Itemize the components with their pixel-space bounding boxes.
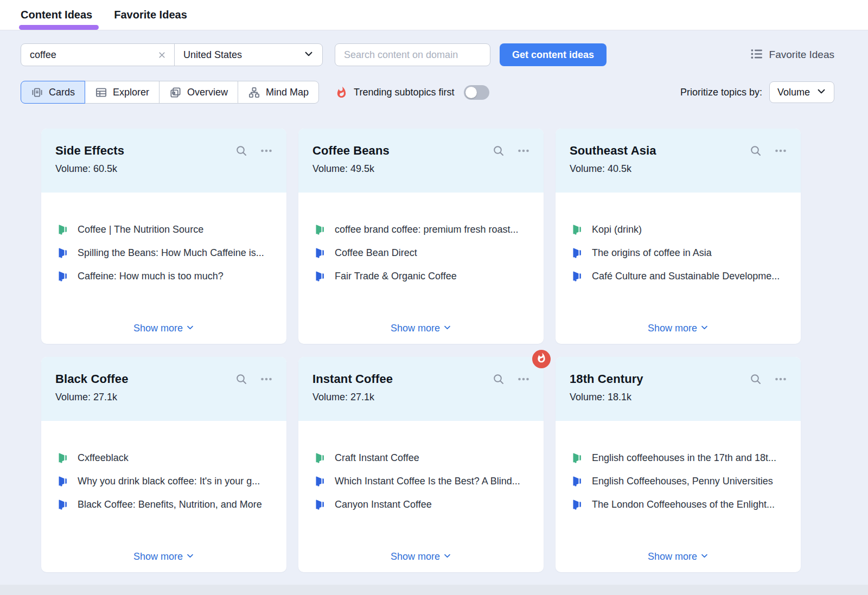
view-row: Cards Explorer Overview Mind Map Trendin… bbox=[21, 81, 834, 104]
card-header: Black Coffee Volume: 27.1k bbox=[41, 357, 286, 421]
topic-search-group: United States bbox=[21, 43, 323, 66]
trending-label: Trending subtopics first bbox=[354, 87, 454, 98]
search-topic-icon[interactable] bbox=[750, 145, 762, 157]
card-header: Southeast Asia Volume: 40.5k bbox=[556, 129, 801, 193]
country-select[interactable]: United States bbox=[174, 44, 322, 66]
topic-query-wrap bbox=[21, 44, 174, 66]
topic-title: 18th Century bbox=[570, 372, 643, 386]
idea-list-item[interactable]: Kopi (drink) bbox=[572, 224, 784, 235]
megaphone-icon bbox=[58, 499, 68, 510]
topic-card-southeast-asia: Southeast Asia Volume: 40.5k Kopi (drink… bbox=[556, 129, 801, 344]
idea-list-item[interactable]: The origins of coffee in Asia bbox=[572, 247, 784, 258]
more-menu-icon[interactable] bbox=[775, 145, 787, 157]
bottom-strip bbox=[0, 585, 868, 595]
search-row: United States Get content ideas Favorite… bbox=[21, 43, 834, 66]
card-body: Cxffeeblack Why you drink black coffee: … bbox=[41, 421, 286, 572]
idea-list-item[interactable]: Coffee | The Nutrition Source bbox=[58, 224, 270, 235]
more-menu-icon[interactable] bbox=[260, 373, 272, 385]
search-topic-icon[interactable] bbox=[235, 373, 247, 385]
idea-list-item[interactable]: Fair Trade & Organic Coffee bbox=[315, 271, 527, 281]
idea-list-item[interactable]: Craft Instant Coffee bbox=[315, 452, 527, 463]
chevron-down-icon bbox=[304, 49, 314, 61]
clear-query-icon[interactable] bbox=[156, 49, 168, 61]
view-cards-button[interactable]: Cards bbox=[21, 81, 85, 104]
more-menu-icon[interactable] bbox=[518, 373, 529, 385]
more-menu-icon[interactable] bbox=[775, 373, 787, 385]
view-explorer-button[interactable]: Explorer bbox=[85, 81, 159, 104]
domain-search-input[interactable] bbox=[335, 43, 490, 66]
search-topic-icon[interactable] bbox=[493, 145, 505, 157]
view-overview-button[interactable]: Overview bbox=[159, 81, 238, 104]
chevron-down-icon bbox=[700, 323, 709, 334]
megaphone-icon bbox=[572, 452, 583, 463]
show-more-link[interactable]: Show more bbox=[556, 323, 801, 334]
search-topic-icon[interactable] bbox=[493, 373, 505, 385]
topic-cards-grid: Side Effects Volume: 60.5k Coffee | The … bbox=[21, 129, 834, 572]
idea-list-item[interactable]: Café Culture and Sustainable Developme..… bbox=[572, 271, 784, 281]
search-topic-icon[interactable] bbox=[235, 145, 247, 157]
idea-list-item[interactable]: Canyon Instant Coffee bbox=[315, 499, 527, 510]
switch-knob bbox=[465, 87, 477, 98]
card-body: coffee brand coffee: premium fresh roast… bbox=[298, 193, 544, 344]
megaphone-icon bbox=[58, 224, 68, 235]
chevron-down-icon bbox=[816, 86, 826, 99]
card-body: Coffee | The Nutrition Source Spilling t… bbox=[41, 193, 286, 344]
view-mindmap-button[interactable]: Mind Map bbox=[238, 81, 319, 104]
topic-card-coffee-beans: Coffee Beans Volume: 49.5k coffee brand … bbox=[298, 129, 544, 344]
tab-content-ideas[interactable]: Content Ideas bbox=[21, 0, 92, 30]
card-header: Coffee Beans Volume: 49.5k bbox=[298, 129, 544, 193]
megaphone-icon bbox=[58, 452, 68, 463]
topic-volume: Volume: 18.1k bbox=[570, 392, 787, 403]
card-header: Side Effects Volume: 60.5k bbox=[41, 129, 286, 193]
topic-title: Southeast Asia bbox=[570, 144, 656, 158]
card-body: English coffeehouses in the 17th and 18t… bbox=[556, 421, 801, 572]
idea-list-item[interactable]: Which Instant Coffee Is the Best? A Blin… bbox=[315, 476, 527, 487]
chevron-down-icon bbox=[186, 323, 194, 334]
get-content-ideas-button[interactable]: Get content ideas bbox=[500, 43, 607, 66]
tab-favorite-ideas[interactable]: Favorite Ideas bbox=[114, 0, 187, 30]
prioritize-select[interactable]: Volume bbox=[769, 81, 834, 103]
topic-volume: Volume: 40.5k bbox=[570, 163, 787, 175]
idea-list-item[interactable]: Caffeine: How much is too much? bbox=[58, 271, 270, 281]
more-menu-icon[interactable] bbox=[260, 145, 272, 157]
idea-list-item[interactable]: Spilling the Beans: How Much Caffeine is… bbox=[58, 247, 270, 258]
trending-toggle-group: Trending subtopics first bbox=[335, 85, 489, 100]
megaphone-icon bbox=[58, 247, 68, 258]
search-topic-icon[interactable] bbox=[750, 373, 762, 385]
show-more-link[interactable]: Show more bbox=[298, 323, 544, 334]
megaphone-icon bbox=[572, 271, 583, 281]
topic-title: Side Effects bbox=[55, 144, 124, 158]
show-more-link[interactable]: Show more bbox=[298, 551, 544, 562]
card-header: Instant Coffee Volume: 27.1k bbox=[298, 357, 544, 421]
topic-card-instant-coffee: Instant Coffee Volume: 27.1k Craft Insta… bbox=[298, 357, 544, 572]
megaphone-icon bbox=[315, 499, 326, 510]
trending-switch[interactable] bbox=[464, 85, 489, 100]
view-switcher: Cards Explorer Overview Mind Map bbox=[21, 81, 319, 104]
idea-list-item[interactable]: Cxffeeblack bbox=[58, 452, 270, 463]
topic-card-black-coffee: Black Coffee Volume: 27.1k Cxffeeblack bbox=[41, 357, 286, 572]
idea-list-item[interactable]: The London Coffeehouses of the Enlight..… bbox=[572, 499, 784, 510]
topic-query-input[interactable] bbox=[30, 49, 156, 61]
show-more-link[interactable]: Show more bbox=[41, 551, 286, 562]
megaphone-icon bbox=[315, 224, 326, 235]
top-tab-bar: Content Ideas Favorite Ideas bbox=[0, 0, 868, 30]
megaphone-icon bbox=[315, 247, 326, 258]
topic-title: Coffee Beans bbox=[312, 144, 390, 158]
more-menu-icon[interactable] bbox=[518, 145, 529, 157]
megaphone-icon bbox=[315, 452, 326, 463]
idea-list-item[interactable]: English coffeehouses in the 17th and 18t… bbox=[572, 452, 784, 463]
favorite-ideas-link[interactable]: Favorite Ideas bbox=[750, 48, 834, 62]
topic-card-18th-century: 18th Century Volume: 18.1k English coffe… bbox=[556, 357, 801, 572]
megaphone-icon bbox=[315, 476, 326, 487]
idea-list-item[interactable]: Why you drink black coffee: It's in your… bbox=[58, 476, 270, 487]
chevron-down-icon bbox=[186, 551, 194, 562]
idea-list-item[interactable]: coffee brand coffee: premium fresh roast… bbox=[315, 224, 527, 235]
prioritize-group: Prioritize topics by: Volume bbox=[680, 81, 834, 103]
idea-list-item[interactable]: English Coffeehouses, Penny Universities bbox=[572, 476, 784, 487]
megaphone-icon bbox=[572, 476, 583, 487]
idea-list-item[interactable]: Coffee Bean Direct bbox=[315, 247, 527, 258]
idea-list-item[interactable]: Black Coffee: Benefits, Nutrition, and M… bbox=[58, 499, 270, 510]
show-more-link[interactable]: Show more bbox=[556, 551, 801, 562]
topic-title: Black Coffee bbox=[55, 372, 128, 386]
show-more-link[interactable]: Show more bbox=[41, 323, 286, 334]
